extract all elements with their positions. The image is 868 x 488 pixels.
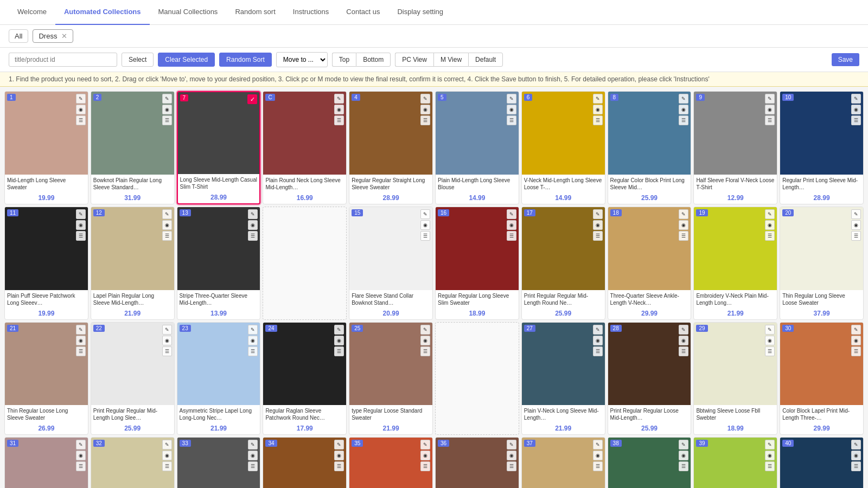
menu-icon[interactable]: ☰ <box>76 346 86 356</box>
edit-icon[interactable]: ✎ <box>420 440 430 450</box>
menu-icon[interactable]: ☰ <box>593 346 603 356</box>
m-view-button[interactable]: M View <box>433 53 468 67</box>
view-icon[interactable]: ◉ <box>76 220 86 230</box>
view-icon[interactable]: ◉ <box>593 220 603 230</box>
product-card[interactable]: 10✎◉☰Regular Print Long Sleeve Mid-Lengt… <box>780 91 864 204</box>
view-icon[interactable]: ◉ <box>420 220 430 230</box>
view-icon[interactable]: ◉ <box>851 105 861 114</box>
view-icon[interactable]: ◉ <box>679 220 688 230</box>
menu-icon[interactable]: ☰ <box>76 461 86 471</box>
product-card[interactable]: 35✎◉☰ <box>349 437 433 488</box>
menu-icon[interactable]: ☰ <box>334 461 344 471</box>
menu-icon[interactable]: ☰ <box>679 115 688 125</box>
edit-icon[interactable]: ✎ <box>679 94 688 104</box>
view-icon[interactable]: ◉ <box>851 220 861 230</box>
product-card[interactable]: 6✎◉☰V-Neck Mid-Length Long Sleeve Loose … <box>521 91 605 204</box>
edit-icon[interactable]: ✎ <box>765 440 775 450</box>
edit-icon[interactable]: ✎ <box>420 325 430 335</box>
product-card[interactable]: 25✎◉☰type Regular Loose Standard Sweater… <box>349 322 433 435</box>
nav-item-welcome[interactable]: Welcome <box>9 0 55 25</box>
view-icon[interactable]: ◉ <box>162 105 172 114</box>
view-icon[interactable]: ◉ <box>851 451 861 460</box>
menu-icon[interactable]: ☰ <box>334 115 344 125</box>
random-sort-button[interactable]: Random Sort <box>219 53 272 67</box>
edit-icon[interactable]: ✎ <box>851 209 861 219</box>
view-icon[interactable]: ◉ <box>765 336 775 345</box>
view-icon[interactable]: ◉ <box>765 451 775 460</box>
view-icon[interactable]: ◉ <box>679 336 688 345</box>
menu-icon[interactable]: ☰ <box>162 346 172 356</box>
view-icon[interactable]: ◉ <box>334 451 344 460</box>
product-card[interactable]: 2✎◉☰Bowknot Plain Regular Long Sleeve St… <box>91 91 175 204</box>
view-icon[interactable]: ◉ <box>507 105 516 114</box>
view-icon[interactable]: ◉ <box>765 105 775 114</box>
edit-icon[interactable]: ✎ <box>679 440 688 450</box>
edit-icon[interactable]: ✎ <box>593 440 603 450</box>
product-card[interactable]: 40✎◉☰ <box>780 437 864 488</box>
product-card[interactable]: 37✎◉☰ <box>521 437 605 488</box>
view-icon[interactable]: ◉ <box>162 336 172 345</box>
menu-icon[interactable]: ☰ <box>76 231 86 241</box>
product-card[interactable]: 7✓Long Sleeve Mid-Length Casual Slim T-S… <box>177 91 261 204</box>
view-icon[interactable]: ◉ <box>420 105 430 114</box>
filter-close-icon[interactable]: ✕ <box>61 32 67 40</box>
view-icon[interactable]: ◉ <box>420 451 430 460</box>
edit-icon[interactable]: ✎ <box>162 440 172 450</box>
product-card[interactable]: 8✎◉☰Regular Color Block Print Long Sleev… <box>608 91 692 204</box>
view-icon[interactable]: ◉ <box>679 105 688 114</box>
menu-icon[interactable]: ☰ <box>162 231 172 241</box>
product-card[interactable]: 31✎◉☰ <box>4 437 88 488</box>
menu-icon[interactable]: ☰ <box>507 461 516 471</box>
product-card[interactable]: 1✎◉☰Mid-Length Long Sleeve Sweater19.99 <box>4 91 88 204</box>
menu-icon[interactable]: ☰ <box>851 346 861 356</box>
view-icon[interactable]: ◉ <box>765 220 775 230</box>
nav-item-random-sort[interactable]: Random sort <box>226 0 284 25</box>
edit-icon[interactable]: ✎ <box>334 94 344 104</box>
bottom-button[interactable]: Bottom <box>356 53 391 67</box>
default-button[interactable]: Default <box>468 53 503 67</box>
view-icon[interactable]: ◉ <box>76 451 86 460</box>
view-icon[interactable]: ◉ <box>248 220 258 230</box>
view-icon[interactable]: ◉ <box>593 336 603 345</box>
product-card[interactable]: 4✎◉☰Regular Regular Straight Long Sleeve… <box>349 91 433 204</box>
edit-icon[interactable]: ✎ <box>334 440 344 450</box>
product-card[interactable]: 33✎◉☰ <box>177 437 261 488</box>
menu-icon[interactable]: ☰ <box>679 346 688 356</box>
select-button[interactable]: Select <box>122 53 154 67</box>
menu-icon[interactable]: ☰ <box>420 346 430 356</box>
menu-icon[interactable]: ☰ <box>248 231 258 241</box>
nav-item-manual-collections[interactable]: Manual Collections <box>150 0 227 25</box>
filter-tag-dress[interactable]: Dress ✕ <box>33 29 73 43</box>
clear-selected-button[interactable]: Clear Selected <box>158 53 215 67</box>
product-card[interactable]: 22✎◉☰Print Regular Regular Mid-Length Lo… <box>91 322 175 435</box>
menu-icon[interactable]: ☰ <box>765 346 775 356</box>
edit-icon[interactable]: ✎ <box>765 209 775 219</box>
menu-icon[interactable]: ☰ <box>248 461 258 471</box>
menu-icon[interactable]: ☰ <box>334 346 344 356</box>
menu-icon[interactable]: ☰ <box>76 115 86 125</box>
edit-icon[interactable]: ✎ <box>851 325 861 335</box>
product-card[interactable]: 11✎◉☰Plain Puff Sleeve Patchwork Long Sl… <box>4 207 88 320</box>
product-card[interactable]: 12✎◉☰Lapel Plain Regular Long Sleeve Mid… <box>91 207 175 320</box>
edit-icon[interactable]: ✎ <box>162 94 172 104</box>
edit-icon[interactable]: ✎ <box>765 325 775 335</box>
view-icon[interactable]: ◉ <box>76 105 86 114</box>
edit-icon[interactable]: ✎ <box>507 440 516 450</box>
edit-icon[interactable]: ✎ <box>679 209 688 219</box>
view-icon[interactable]: ◉ <box>76 336 86 345</box>
product-card[interactable]: 17✎◉☰Print Regular Regular Mid-Length Ro… <box>521 207 605 320</box>
product-card[interactable]: 32✎◉☰ <box>91 437 175 488</box>
view-icon[interactable]: ◉ <box>593 105 603 114</box>
view-icon[interactable]: ◉ <box>162 451 172 460</box>
menu-icon[interactable]: ☰ <box>507 115 516 125</box>
edit-icon[interactable]: ✎ <box>851 94 861 104</box>
menu-icon[interactable]: ☰ <box>593 115 603 125</box>
product-card[interactable]: 34✎◉☰ <box>263 437 347 488</box>
edit-icon[interactable]: ✎ <box>420 209 430 219</box>
menu-icon[interactable]: ☰ <box>420 461 430 471</box>
pc-view-button[interactable]: PC View <box>395 53 433 67</box>
view-icon[interactable]: ◉ <box>679 451 688 460</box>
edit-icon[interactable]: ✎ <box>162 325 172 335</box>
filter-all[interactable]: All <box>9 29 28 43</box>
edit-icon[interactable]: ✎ <box>593 94 603 104</box>
